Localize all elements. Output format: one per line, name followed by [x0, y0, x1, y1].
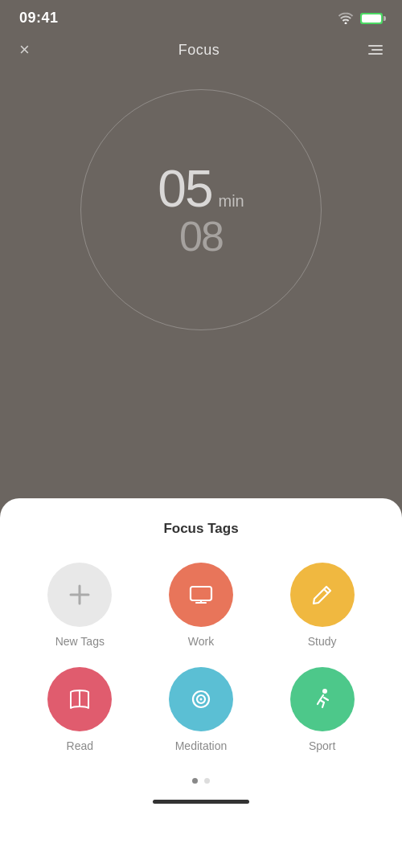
- tag-icon-sport: [290, 667, 355, 731]
- timer-main: 05 min: [158, 159, 244, 219]
- status-time: 09:41: [19, 10, 59, 27]
- tag-icon-read: [47, 667, 112, 731]
- target-icon: [186, 684, 216, 714]
- page-dot-2: [204, 778, 210, 784]
- running-icon: [307, 684, 338, 714]
- sheet-title: Focus Tags: [26, 521, 376, 537]
- timer-unit: min: [218, 192, 244, 211]
- tag-label-sport: Sport: [309, 739, 335, 752]
- close-button[interactable]: ×: [19, 39, 30, 60]
- tag-item-work[interactable]: Work: [147, 563, 256, 648]
- timer-secondary-number: 08: [179, 212, 223, 260]
- tag-label-read: Read: [67, 739, 93, 752]
- svg-point-8: [199, 698, 202, 701]
- timer-main-number: 05: [158, 159, 211, 219]
- svg-point-9: [322, 689, 327, 694]
- top-nav: × Focus: [0, 33, 402, 73]
- bottom-sheet: Focus Tags New Tags Work: [0, 498, 402, 868]
- tag-item-read[interactable]: Read: [26, 667, 134, 752]
- tag-icon-study: [290, 563, 355, 627]
- page-dot-1: [192, 778, 198, 784]
- home-bar: [153, 800, 249, 804]
- svg-line-5: [324, 589, 328, 593]
- battery-icon: [360, 13, 383, 24]
- tag-item-sport[interactable]: Sport: [268, 667, 376, 752]
- tag-item-new[interactable]: New Tags: [26, 563, 134, 648]
- tag-icon-meditation: [169, 667, 233, 731]
- status-icons: [338, 12, 383, 24]
- timer-circle[interactable]: 05 min 08: [80, 89, 322, 330]
- tags-grid: New Tags Work Study: [26, 563, 376, 752]
- tag-label-study: Study: [308, 635, 337, 648]
- tag-item-study[interactable]: Study: [268, 563, 376, 648]
- svg-rect-2: [191, 587, 211, 600]
- monitor-icon: [186, 579, 216, 610]
- pencil-icon: [307, 579, 338, 610]
- home-indicator: [26, 800, 376, 804]
- tag-label-new: New Tags: [55, 635, 105, 648]
- book-icon: [64, 684, 95, 714]
- plus-icon: [64, 579, 95, 610]
- tag-label-work: Work: [188, 635, 214, 648]
- status-bar: 09:41: [0, 0, 402, 33]
- tag-item-meditation[interactable]: Meditation: [147, 667, 256, 752]
- page-indicators: [26, 778, 376, 784]
- tag-label-meditation: Meditation: [175, 739, 228, 752]
- tag-icon-work: [169, 563, 233, 627]
- settings-button[interactable]: [368, 45, 383, 55]
- tag-icon-new: [47, 563, 112, 627]
- timer-area: 05 min 08: [0, 73, 402, 354]
- nav-title: Focus: [178, 42, 220, 59]
- wifi-icon: [338, 12, 354, 24]
